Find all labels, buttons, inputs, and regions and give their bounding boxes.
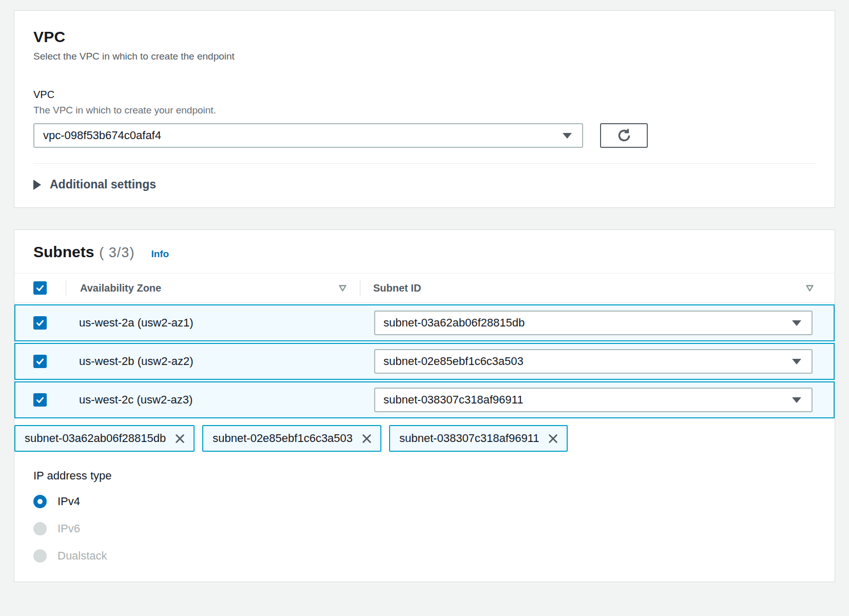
subnet-select[interactable]: subnet-02e85ebf1c6c3a503 xyxy=(374,349,813,374)
subnets-table-header: Availability Zone Subnet ID xyxy=(14,273,835,303)
radio-option-ipv6: IPv6 xyxy=(33,521,816,537)
chevron-down-icon xyxy=(563,133,572,139)
vpc-select[interactable]: vpc-098f53b674c0afaf4 xyxy=(33,123,583,148)
subnets-card: Subnets ( 3/3) Info Availability Zone Su xyxy=(14,229,835,582)
table-row[interactable]: us-west-2c (usw2-az3) subnet-038307c318a… xyxy=(14,381,835,418)
select-all-checkbox[interactable] xyxy=(33,281,47,295)
chevron-down-icon xyxy=(792,359,801,364)
vpc-card-subtitle: Select the VPC in which to create the en… xyxy=(33,51,816,62)
chevron-down-icon xyxy=(792,397,801,403)
radio-label: IPv4 xyxy=(57,495,80,508)
subnet-chip: subnet-03a62ab06f28815db xyxy=(14,425,195,452)
sort-icon-subnet-id[interactable] xyxy=(805,284,814,292)
radio-label: IPv6 xyxy=(57,522,80,535)
vpc-select-value: vpc-098f53b674c0afaf4 xyxy=(43,129,161,142)
subnet-select[interactable]: subnet-03a62ab06f28815db xyxy=(374,311,813,335)
subnet-chip: subnet-038307c318af96911 xyxy=(389,425,568,452)
subnet-select-value: subnet-038307c318af96911 xyxy=(383,393,523,407)
radio-disabled-icon xyxy=(33,522,47,535)
chip-label: subnet-038307c318af96911 xyxy=(399,432,539,445)
row-checkbox[interactable] xyxy=(33,393,47,407)
page: VPC Select the VPC in which to create th… xyxy=(0,0,849,582)
radio-label: Dualstack xyxy=(57,549,107,563)
radio-option-ipv4[interactable]: IPv4 xyxy=(33,493,816,510)
availability-zone-cell: us-west-2b (usw2-az2) xyxy=(66,355,360,368)
subnet-select[interactable]: subnet-038307c318af96911 xyxy=(374,388,813,412)
ip-address-type-label: IP address type xyxy=(33,469,816,483)
vpc-field-description: The VPC in which to create your endpoint… xyxy=(33,105,816,116)
column-header-availability-zone[interactable]: Availability Zone xyxy=(66,282,161,294)
subnet-select-value: subnet-03a62ab06f28815db xyxy=(383,316,525,330)
chip-label: subnet-03a62ab06f28815db xyxy=(25,432,166,445)
dismiss-icon[interactable] xyxy=(361,433,373,445)
availability-zone-cell: us-west-2a (usw2-az1) xyxy=(66,316,360,330)
additional-settings-toggle[interactable]: Additional settings xyxy=(14,164,835,207)
refresh-button[interactable] xyxy=(600,123,648,148)
ip-address-type-section: IP address type IPv4 IPv6 Dualstack xyxy=(14,452,835,582)
sort-icon-availability-zone[interactable] xyxy=(338,284,347,292)
subnet-chip: subnet-02e85ebf1c6c3a503 xyxy=(202,425,381,452)
refresh-icon xyxy=(616,127,632,144)
caret-right-icon xyxy=(33,180,41,190)
subnets-count: ( 3/3) xyxy=(99,245,134,261)
vpc-field-label: VPC xyxy=(33,89,816,101)
dismiss-icon[interactable] xyxy=(547,433,559,445)
vpc-card-title: VPC xyxy=(33,28,816,46)
additional-settings-label: Additional settings xyxy=(50,178,156,191)
table-row[interactable]: us-west-2b (usw2-az2) subnet-02e85ebf1c6… xyxy=(14,343,835,380)
row-checkbox[interactable] xyxy=(33,355,47,368)
radio-option-dualstack: Dualstack xyxy=(33,548,816,564)
chevron-down-icon xyxy=(792,320,801,326)
radio-disabled-icon xyxy=(33,549,47,563)
subnets-title: Subnets xyxy=(33,243,94,261)
info-link[interactable]: Info xyxy=(151,248,169,260)
availability-zone-cell: us-west-2c (usw2-az3) xyxy=(66,393,360,407)
subnet-select-value: subnet-02e85ebf1c6c3a503 xyxy=(383,355,524,368)
chip-label: subnet-02e85ebf1c6c3a503 xyxy=(213,432,353,445)
vpc-card: VPC Select the VPC in which to create th… xyxy=(14,10,835,208)
row-checkbox[interactable] xyxy=(33,316,47,330)
selected-subnet-chips: subnet-03a62ab06f28815db subnet-02e85ebf… xyxy=(14,425,835,452)
dismiss-icon[interactable] xyxy=(174,433,186,445)
radio-selected-icon[interactable] xyxy=(33,495,47,508)
column-header-subnet-id[interactable]: Subnet ID xyxy=(360,282,421,294)
table-row[interactable]: us-west-2a (usw2-az1) subnet-03a62ab06f2… xyxy=(14,304,835,341)
